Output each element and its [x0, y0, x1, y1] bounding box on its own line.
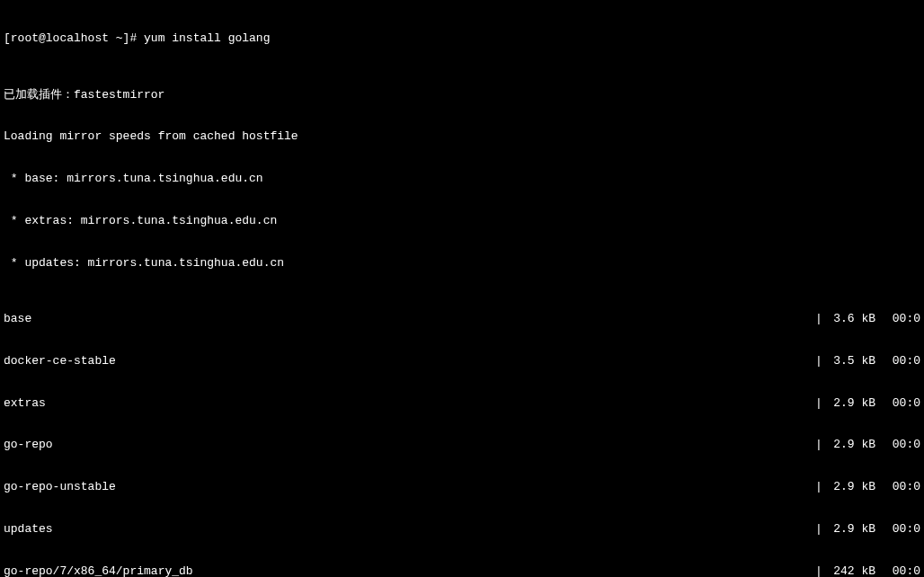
- repo-size: 3.6 kB: [825, 312, 875, 326]
- output-line: * updates: mirrors.tuna.tsinghua.edu.cn: [4, 256, 920, 271]
- repo-row: go-repo/7/x86_64/primary_db | 242 kB 00:…: [4, 564, 920, 577]
- separator: |: [813, 522, 825, 537]
- separator: |: [813, 312, 825, 326]
- separator: |: [813, 396, 825, 411]
- repo-name: updates: [4, 522, 813, 537]
- output-line: * base: mirrors.tuna.tsinghua.edu.cn: [4, 172, 920, 186]
- repo-time: 00:0: [875, 438, 920, 452]
- repo-size: 2.9 kB: [825, 396, 875, 411]
- repo-row: go-repo | 2.9 kB 00:0: [4, 438, 920, 452]
- repo-time: 00:0: [875, 396, 920, 411]
- repo-time: 00:0: [875, 522, 920, 537]
- repo-size: 2.9 kB: [825, 480, 875, 494]
- repo-name: go-repo: [4, 438, 813, 452]
- repo-time: 00:0: [875, 354, 920, 368]
- repo-name: go-repo-unstable: [4, 480, 813, 494]
- repo-size: 242 kB: [825, 564, 875, 577]
- repo-size: 3.5 kB: [825, 354, 875, 368]
- separator: |: [813, 438, 825, 452]
- repo-row: go-repo-unstable | 2.9 kB 00:0: [4, 480, 920, 494]
- terminal[interactable]: [root@localhost ~]# yum install golang 已…: [4, 4, 920, 577]
- repo-row: docker-ce-stable | 3.5 kB 00:0: [4, 354, 920, 368]
- separator: |: [813, 480, 825, 494]
- output-line: 已加载插件：fastestmirror: [4, 88, 920, 102]
- repo-row: base | 3.6 kB 00:0: [4, 312, 920, 326]
- repo-time: 00:0: [875, 564, 920, 577]
- repo-name: extras: [4, 396, 813, 411]
- repo-size: 2.9 kB: [825, 438, 875, 452]
- command-prompt: [root@localhost ~]# yum install golang: [4, 31, 920, 46]
- repo-size: 2.9 kB: [825, 522, 875, 537]
- separator: |: [813, 354, 825, 368]
- repo-name: base: [4, 312, 813, 326]
- output-line: Loading mirror speeds from cached hostfi…: [4, 129, 920, 144]
- repo-row: extras | 2.9 kB 00:0: [4, 396, 920, 411]
- repo-row: updates | 2.9 kB 00:0: [4, 522, 920, 537]
- repo-time: 00:0: [875, 480, 920, 494]
- repo-name: go-repo/7/x86_64/primary_db: [4, 564, 813, 577]
- output-line: * extras: mirrors.tuna.tsinghua.edu.cn: [4, 214, 920, 228]
- repo-name: docker-ce-stable: [4, 354, 813, 368]
- separator: |: [813, 564, 825, 577]
- repo-time: 00:0: [875, 312, 920, 326]
